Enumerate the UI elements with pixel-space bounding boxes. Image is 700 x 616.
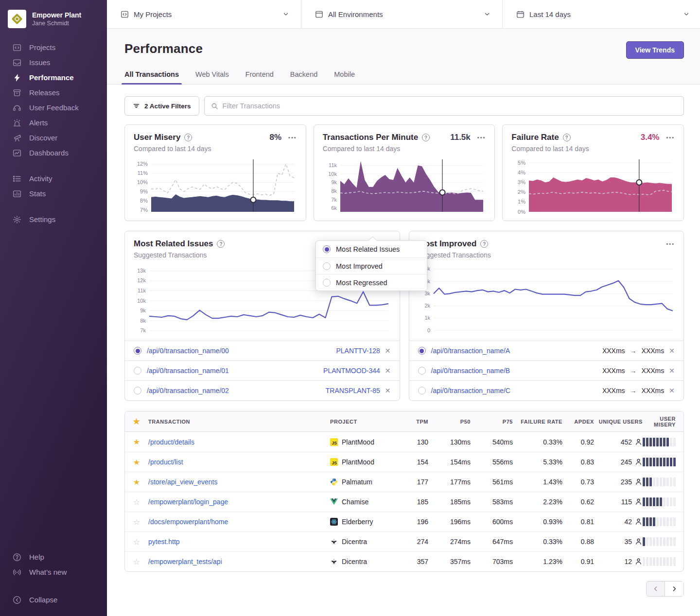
close-icon[interactable]: ✕ — [385, 347, 391, 354]
column-header-failure-rate[interactable]: FAILURE RATE — [513, 419, 562, 425]
search-input[interactable] — [223, 102, 677, 110]
column-header-p75[interactable]: P75 — [471, 419, 513, 425]
sidebar-item-label: Releases — [29, 88, 60, 97]
help-icon[interactable]: ? — [563, 134, 571, 141]
close-icon[interactable]: ✕ — [669, 347, 675, 354]
sidebar-item-dashboards[interactable]: Dashboards — [0, 145, 107, 160]
favorite-star[interactable]: ★ — [125, 458, 148, 467]
favorite-star[interactable]: ☆ — [125, 537, 148, 547]
sidebar-item-issues[interactable]: Issues — [0, 55, 107, 70]
close-icon[interactable]: ✕ — [385, 367, 391, 374]
more-options-icon[interactable]: ••• — [663, 240, 675, 248]
project-selector[interactable]: My Projects — [107, 0, 301, 28]
transaction-link[interactable]: /api/0/transaction_name/01 — [147, 367, 229, 375]
previous-page-button[interactable] — [647, 582, 665, 596]
column-header-unique-users[interactable]: UNIQUE USERS — [594, 419, 643, 425]
favorite-star[interactable]: ☆ — [125, 497, 148, 507]
sidebar-item-releases[interactable]: Releases — [0, 85, 107, 100]
transaction-link[interactable]: /api/0/transaction_name/00 — [147, 347, 229, 355]
menu-option-most-regressed[interactable]: Most Regressed — [316, 274, 427, 291]
column-header-user-misery[interactable]: USER MISERY — [643, 416, 683, 428]
radio-button[interactable] — [323, 279, 331, 287]
close-icon[interactable]: ✕ — [385, 387, 391, 394]
radio-button[interactable] — [323, 262, 331, 270]
metric-card-header: User Misery?8%••• — [134, 133, 297, 142]
help-icon[interactable]: ? — [184, 134, 192, 141]
tab-mobile[interactable]: Mobile — [334, 70, 355, 84]
transaction-link[interactable]: /product/details — [148, 438, 194, 446]
radio-button[interactable] — [418, 387, 426, 394]
tab-web-vitals[interactable]: Web Vitals — [195, 70, 229, 84]
sidebar-item-whats-new[interactable]: What’s new — [0, 565, 107, 580]
more-options-icon[interactable]: ••• — [474, 134, 486, 141]
issue-tag-link[interactable]: TRANSPLANT-85 — [326, 387, 380, 394]
user-misery-cell — [643, 497, 683, 506]
column-header-tpm[interactable]: TPM — [393, 419, 428, 425]
transaction-link[interactable]: pytest.http — [148, 538, 180, 546]
more-options-icon[interactable]: ••• — [663, 134, 675, 141]
favorite-star[interactable]: ★ — [125, 437, 148, 446]
tab-backend[interactable]: Backend — [290, 70, 317, 84]
issue-tag-link[interactable]: PLANTTV-128 — [336, 347, 380, 355]
transaction-link[interactable]: /empowerplant/login_page — [148, 498, 228, 506]
column-header-project[interactable]: PROJECT — [330, 419, 393, 425]
tab-frontend[interactable]: Frontend — [245, 70, 274, 84]
view-trends-button[interactable]: View Trends — [626, 41, 684, 59]
transaction-search — [204, 96, 684, 116]
org-name: Empower Plant — [32, 11, 81, 19]
help-icon[interactable]: ? — [480, 240, 488, 248]
user-feedback-icon — [13, 103, 21, 112]
radio-button[interactable] — [418, 347, 426, 355]
misery-bar — [663, 478, 665, 486]
transaction-link[interactable]: /empowerplant_tests/api — [148, 558, 222, 565]
help-icon[interactable]: ? — [217, 240, 225, 248]
radio-button[interactable] — [134, 387, 141, 394]
sidebar-item-projects[interactable]: Projects — [0, 40, 107, 55]
sidebar-item-alerts[interactable]: Alerts — [0, 115, 107, 130]
sidebar-item-label: Discover — [29, 133, 57, 142]
sidebar-item-collapse[interactable]: Collapse — [0, 592, 107, 607]
misery-bar — [643, 537, 645, 546]
transaction-link[interactable]: /store/api_view_events — [148, 478, 217, 486]
transaction-link[interactable]: /api/0/transaction_name/02 — [147, 387, 229, 394]
unique-users-value: 115 — [621, 498, 632, 506]
sidebar-item-user-feedback[interactable]: User Feedback — [0, 100, 107, 115]
active-filters-button[interactable]: 2 Active Filters — [124, 96, 199, 116]
sidebar-item-stats[interactable]: Stats — [0, 186, 107, 201]
sidebar-item-help[interactable]: Help — [0, 549, 107, 565]
transaction-link[interactable]: /api/0/transaction_name/C — [431, 387, 510, 394]
favorite-star[interactable]: ☆ — [125, 517, 148, 527]
next-page-button[interactable] — [665, 582, 683, 596]
radio-button[interactable] — [134, 367, 141, 375]
environment-selector[interactable]: All Environments — [301, 0, 503, 28]
sidebar-item-settings[interactable]: Settings — [0, 212, 107, 227]
menu-option-most-improved[interactable]: Most Improved — [316, 257, 427, 274]
favorite-star[interactable]: ★ — [125, 478, 148, 487]
column-header-transaction[interactable]: TRANSACTION — [148, 419, 330, 425]
menu-option-most-related-issues[interactable]: Most Related Issues — [316, 241, 427, 257]
sidebar-item-discover[interactable]: Discover — [0, 130, 107, 145]
column-header-apdex[interactable]: APDEX — [562, 419, 594, 425]
transaction-link[interactable]: /api/0/transaction_name/B — [431, 367, 510, 375]
radio-button[interactable] — [323, 245, 331, 253]
sidebar-item-activity[interactable]: Activity — [0, 171, 107, 186]
transaction-link[interactable]: /api/0/transaction_name/A — [431, 347, 510, 355]
sidebar-item-performance[interactable]: Performance — [0, 70, 107, 85]
favorite-star[interactable]: ☆ — [125, 557, 148, 566]
org-switcher[interactable]: Empower Plant Jane Schmidt — [0, 8, 107, 35]
close-icon[interactable]: ✕ — [669, 367, 675, 374]
radio-button[interactable] — [418, 367, 426, 375]
transaction-link[interactable]: /product/list — [148, 458, 183, 466]
transaction-link[interactable]: /docs/empowerplant/home — [148, 518, 228, 526]
panel-most-improved: Most Improved?•••Suggested Transactions5… — [409, 231, 684, 401]
date-range-selector[interactable]: Last 14 days — [503, 0, 700, 28]
issue-tag-link[interactable]: PLANTMOOD-344 — [323, 367, 380, 375]
more-options-icon[interactable]: ••• — [285, 134, 297, 141]
help-icon[interactable]: ? — [422, 134, 430, 141]
radio-button[interactable] — [134, 347, 141, 355]
column-header-p50[interactable]: P50 — [428, 419, 471, 425]
metric-card-title: User Misery — [134, 133, 180, 142]
close-icon[interactable]: ✕ — [669, 387, 675, 394]
panel-header: Most Improved?•••Suggested Transactions — [409, 231, 684, 259]
tab-all-transactions[interactable]: All Transactions — [124, 70, 179, 84]
